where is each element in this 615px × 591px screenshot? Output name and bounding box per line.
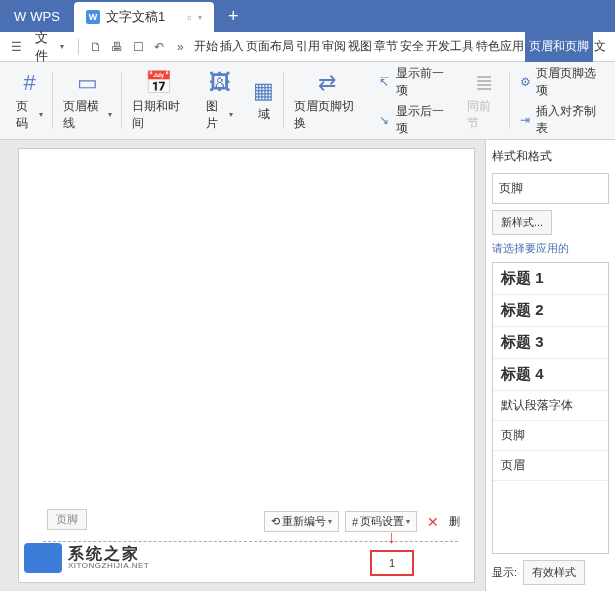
same-section-group[interactable]: ≣ 同前节 (457, 62, 510, 139)
panel-footer: 显示: 有效样式 (492, 560, 609, 585)
show-next-label: 显示后一项 (396, 103, 450, 137)
options-icon: ⚙ (518, 74, 532, 90)
tab-insert[interactable]: 插入 (219, 32, 245, 62)
style-item-footer[interactable]: 页脚 (493, 421, 608, 451)
new-style-button[interactable]: 新样式... (492, 210, 552, 235)
document-tab[interactable]: W 文字文稿1 ▫ ▾ (74, 2, 214, 32)
datetime-label: 日期和时间 (132, 98, 186, 132)
style-item-default[interactable]: 默认段落字体 (493, 391, 608, 421)
show-group: ↸显示前一项 ↘显示后一项 (369, 65, 457, 137)
picture-icon: 🖼 (209, 70, 231, 96)
chevron-down-icon: ▾ (108, 110, 112, 119)
hf-options-group: ⚙页眉页脚选项 ⇥插入对齐制表 (510, 65, 609, 137)
tab-section[interactable]: 章节 (373, 32, 399, 62)
same-section-label: 同前节 (467, 98, 500, 132)
hamburger-icon[interactable]: ☰ (8, 37, 25, 57)
tab-devtools[interactable]: 开发工具 (425, 32, 475, 62)
more-icon[interactable]: » (172, 37, 189, 57)
header-line-icon: ▭ (77, 70, 98, 96)
ribbon-tabs: 开始 插入 页面布局 引用 审阅 视图 章节 安全 开发工具 特色应用 页眉和页… (193, 32, 607, 62)
tab-reference[interactable]: 引用 (295, 32, 321, 62)
logo-text: 系统之家 XITONGZHIJIA.NET (68, 546, 149, 570)
switch-group[interactable]: ⇄ 页眉页脚切换 (284, 62, 369, 139)
separator (78, 39, 79, 55)
switch-label: 页眉页脚切换 (294, 98, 359, 132)
logo-badge-icon (24, 543, 62, 573)
title-bar: W WPS W 文字文稿1 ▫ ▾ + (0, 0, 615, 32)
switch-icon: ⇄ (318, 70, 336, 96)
header-line-label: 页眉横线 (63, 98, 106, 132)
hf-options-button[interactable]: ⚙页眉页脚选项 (518, 65, 601, 99)
chevron-down-icon: ▾ (60, 42, 64, 51)
save-icon[interactable]: 🗋 (87, 37, 104, 57)
picture-label: 图片 (206, 98, 227, 132)
show-next-button[interactable]: ↘显示后一项 (377, 103, 449, 137)
preview-icon[interactable]: ☐ (130, 37, 147, 57)
next-icon: ↘ (377, 112, 391, 128)
menu-bar: ☰ 文件 ▾ 🗋 🖶 ☐ ↶ » 开始 插入 页面布局 引用 审阅 视图 章节 … (0, 32, 615, 62)
datetime-group[interactable]: 📅 日期和时间 (122, 62, 196, 139)
tab-special[interactable]: 特色应用 (475, 32, 525, 62)
page-number-group[interactable]: # 页码▾ (6, 62, 53, 139)
print-icon[interactable]: 🖶 (108, 37, 125, 57)
show-mode-select[interactable]: 有效样式 (523, 560, 585, 585)
field-group[interactable]: ▦ 域 (243, 62, 284, 139)
tab-dropdown-icon[interactable]: ▾ (198, 13, 202, 22)
chevron-down-icon: ▾ (39, 110, 43, 119)
document-area[interactable]: ⟲重新编号▾ #页码设置▾ ✕ 删 页脚 ↓ 1 系统之家 XITONGZHIJ… (0, 140, 485, 591)
file-menu[interactable]: 文件 ▾ (29, 29, 70, 65)
tab-review[interactable]: 审阅 (321, 32, 347, 62)
insert-align-button[interactable]: ⇥插入对齐制表 (518, 103, 601, 137)
doc-icon: W (86, 10, 100, 24)
chevron-down-icon: ▾ (328, 517, 332, 526)
tab-menu-icon[interactable]: ▫ (187, 10, 192, 25)
show-label: 显示: (492, 565, 517, 580)
tab-header-footer[interactable]: 页眉和页脚 (525, 32, 593, 62)
ribbon-toolbar: # 页码▾ ▭ 页眉横线▾ 📅 日期和时间 🖼 图片▾ ▦ 域 ⇄ 页眉页脚切换… (0, 62, 615, 140)
renumber-button[interactable]: ⟲重新编号▾ (264, 511, 339, 532)
style-item-h4[interactable]: 标题 4 (493, 359, 608, 391)
footer-tag: 页脚 (47, 509, 87, 530)
tab-text[interactable]: 文 (593, 32, 607, 62)
delete-icon[interactable]: ✕ (423, 514, 443, 530)
show-prev-button[interactable]: ↸显示前一项 (377, 65, 449, 99)
page-setup-button[interactable]: #页码设置▾ (345, 511, 417, 532)
page-number-label: 页码 (16, 98, 37, 132)
header-line-group[interactable]: ▭ 页眉横线▾ (53, 62, 122, 139)
app-name: WPS (30, 9, 60, 24)
panel-title: 样式和格式 (492, 146, 609, 167)
tab-view[interactable]: 视图 (347, 32, 373, 62)
tab-security[interactable]: 安全 (399, 32, 425, 62)
style-item-h3[interactable]: 标题 3 (493, 327, 608, 359)
style-item-header[interactable]: 页眉 (493, 451, 608, 481)
style-item-h2[interactable]: 标题 2 (493, 295, 608, 327)
undo-icon[interactable]: ↶ (151, 37, 168, 57)
chevron-down-icon: ▾ (229, 110, 233, 119)
apply-hint: 请选择要应用的 (492, 241, 609, 256)
page-setup-icon: # (352, 516, 358, 528)
prev-icon: ↸ (377, 74, 391, 90)
delete-label: 删 (449, 514, 460, 529)
current-style-box[interactable]: 页脚 (492, 173, 609, 204)
footer-toolbar: ⟲重新编号▾ #页码设置▾ ✕ 删 (264, 511, 460, 532)
logo-cn: 系统之家 (68, 546, 149, 562)
arrow-down-icon: ↓ (387, 527, 396, 548)
picture-group[interactable]: 🖼 图片▾ (196, 62, 243, 139)
field-label: 域 (258, 106, 270, 123)
page[interactable]: ⟲重新编号▾ #页码设置▾ ✕ 删 页脚 ↓ 1 (18, 148, 475, 583)
align-icon: ⇥ (518, 112, 532, 128)
renumber-label: 重新编号 (282, 514, 326, 529)
hf-options-label: 页眉页脚选项 (536, 65, 601, 99)
page-number-icon: # (23, 70, 35, 96)
field-icon: ▦ (253, 78, 274, 104)
tab-start[interactable]: 开始 (193, 32, 219, 62)
same-section-icon: ≣ (475, 70, 493, 96)
add-tab-button[interactable]: + (214, 6, 253, 27)
page-number-field[interactable]: 1 (370, 550, 414, 576)
app-tab[interactable]: W WPS (0, 0, 74, 32)
tab-layout[interactable]: 页面布局 (245, 32, 295, 62)
page-setup-label: 页码设置 (360, 514, 404, 529)
style-item-h1[interactable]: 标题 1 (493, 263, 608, 295)
file-label: 文件 (35, 29, 56, 65)
style-list: 标题 1 标题 2 标题 3 标题 4 默认段落字体 页脚 页眉 (492, 262, 609, 554)
